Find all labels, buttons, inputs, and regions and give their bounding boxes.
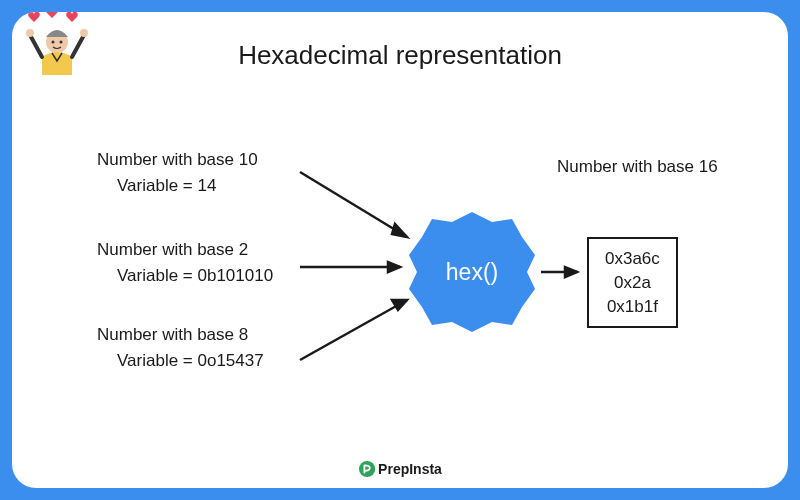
arrow-icon [537,257,587,287]
output-value: 0x2a [605,271,660,295]
input-base8: Number with base 8 Variable = 0o15437 [97,322,264,373]
output-value: 0x3a6c [605,247,660,271]
output-label: Number with base 16 [557,157,718,177]
svg-point-13 [359,461,375,477]
svg-line-9 [300,300,407,360]
svg-point-3 [26,29,34,37]
output-value: 0x1b1f [605,295,660,319]
output-box: 0x3a6c 0x2a 0x1b1f [587,237,678,328]
diagram-canvas: Hexadecimal representation Number with b… [12,12,788,488]
mascot-icon [17,12,97,87]
svg-line-5 [300,172,407,237]
svg-marker-12 [565,267,577,277]
diagram-title: Hexadecimal representation [238,40,562,71]
svg-marker-8 [388,262,400,272]
input-label: Number with base 2 [97,237,273,263]
input-label: Number with base 10 [97,147,258,173]
svg-marker-6 [392,224,407,237]
brand-mark-icon [358,460,376,478]
brand-name: PrepInsta [378,461,442,477]
svg-point-2 [60,41,63,44]
arrow-icon [292,162,422,252]
input-label: Number with base 8 [97,322,264,348]
input-base2: Number with base 2 Variable = 0b101010 [97,237,273,288]
input-base10: Number with base 10 Variable = 14 [97,147,258,198]
function-name: hex() [446,259,498,286]
input-value: Variable = 14 [97,173,258,199]
input-value: Variable = 0o15437 [97,348,264,374]
function-badge: hex() [407,207,537,337]
arrow-icon [292,292,422,372]
svg-point-1 [52,41,55,44]
arrow-icon [292,252,412,282]
brand-logo: PrepInsta [358,460,442,478]
input-value: Variable = 0b101010 [97,263,273,289]
svg-point-4 [80,29,88,37]
